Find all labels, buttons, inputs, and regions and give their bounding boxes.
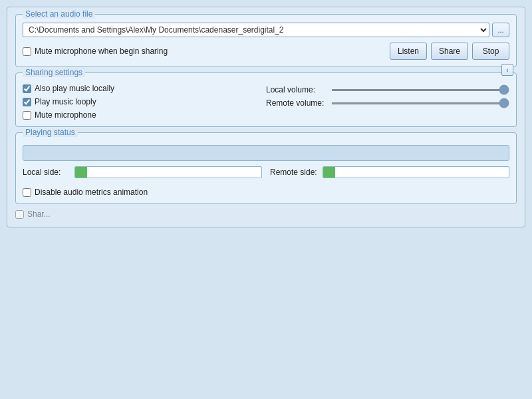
share-button[interactable]: Share <box>431 43 468 60</box>
playing-status-group: Playing status Local side: Remote side: … <box>15 132 517 204</box>
remote-meter-row: Remote side: <box>270 166 509 178</box>
audio-section-title: Select an audio file <box>23 9 95 19</box>
local-volume-slider[interactable] <box>331 89 509 91</box>
disable-animation-label[interactable]: Disable audio metrics animation <box>23 188 509 197</box>
play-loop-label[interactable]: Play music looply <box>23 97 266 106</box>
partial-row: Shar... <box>15 209 517 219</box>
partial-checkbox[interactable] <box>15 210 24 219</box>
sharing-content: Also play music locally Play music loopl… <box>23 84 509 120</box>
local-meter-fill <box>75 167 87 178</box>
mute-microphone-checkbox[interactable] <box>23 111 31 120</box>
play-loop-checkbox[interactable] <box>23 98 31 106</box>
mute-begin-sharing-label[interactable]: Mute microphone when begin sharing <box>23 47 386 56</box>
disable-animation-checkbox[interactable] <box>23 188 31 197</box>
also-play-locally-checkbox[interactable] <box>23 84 31 93</box>
controls-row: Mute microphone when begin sharing Liste… <box>23 43 509 60</box>
playing-section-title: Playing status <box>23 128 78 137</box>
stop-button[interactable]: Stop <box>472 43 509 60</box>
remote-meter-bar <box>323 166 509 178</box>
remote-volume-slider[interactable] <box>331 102 509 104</box>
remote-meter-fill <box>323 167 335 178</box>
audio-file-group: Select an audio file C:\Documents and Se… <box>15 14 517 67</box>
file-path-select[interactable]: C:\Documents and Settings\Alex\My Docume… <box>23 23 489 37</box>
local-volume-row: Local volume: <box>266 85 509 94</box>
also-play-locally-label[interactable]: Also play music locally <box>23 84 266 93</box>
local-meter-bar <box>74 166 262 178</box>
listen-button[interactable]: Listen <box>390 43 427 60</box>
browse-button[interactable]: ... <box>492 23 509 37</box>
partial-text: Shar... <box>27 209 51 219</box>
mute-begin-sharing-checkbox[interactable] <box>23 47 31 56</box>
sharing-settings-group: Sharing settings ‹ Also play music local… <box>15 72 517 127</box>
local-meter-row: Local side: <box>23 166 262 178</box>
scroll-left-button[interactable]: ‹ <box>501 64 513 76</box>
sharing-right: Local volume: Remote volume: <box>266 84 509 108</box>
remote-volume-row: Remote volume: <box>266 98 509 108</box>
sharing-left: Also play music locally Play music loopl… <box>23 84 266 120</box>
file-row: C:\Documents and Settings\Alex\My Docume… <box>23 23 509 37</box>
mute-microphone-label[interactable]: Mute microphone <box>23 110 266 120</box>
main-panel: Select an audio file C:\Documents and Se… <box>7 7 525 227</box>
status-bar <box>23 145 509 161</box>
sharing-section-title: Sharing settings <box>23 68 85 77</box>
